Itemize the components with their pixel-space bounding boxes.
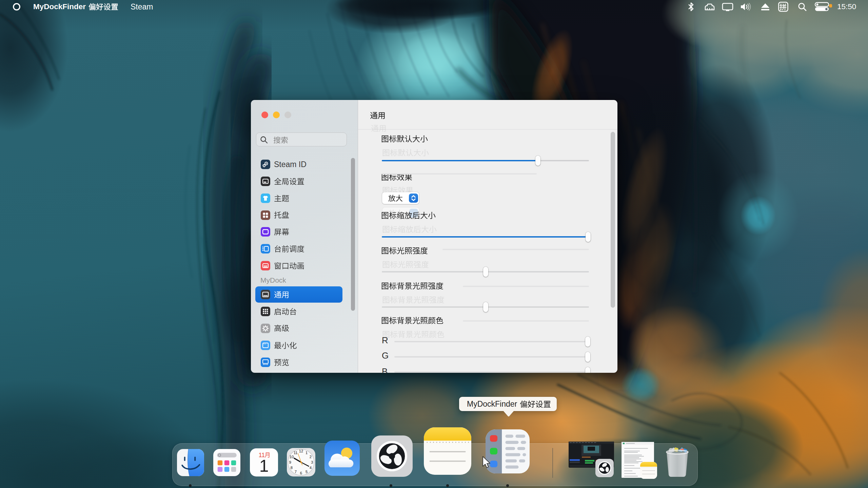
svg-text:6: 6 <box>300 471 302 475</box>
svg-text:1: 1 <box>305 451 308 455</box>
svg-text:3: 3 <box>311 460 313 464</box>
svg-text:4: 4 <box>310 466 312 470</box>
svg-text:12: 12 <box>299 449 303 453</box>
svg-text:8: 8 <box>291 466 293 470</box>
svg-text:7: 7 <box>295 470 297 474</box>
svg-text:1: 1 <box>259 456 269 475</box>
svg-text:10: 10 <box>290 455 294 459</box>
svg-text:9: 9 <box>289 460 291 464</box>
svg-text:2: 2 <box>310 455 312 459</box>
svg-text:5: 5 <box>305 470 308 474</box>
svg-text:11: 11 <box>294 451 298 455</box>
